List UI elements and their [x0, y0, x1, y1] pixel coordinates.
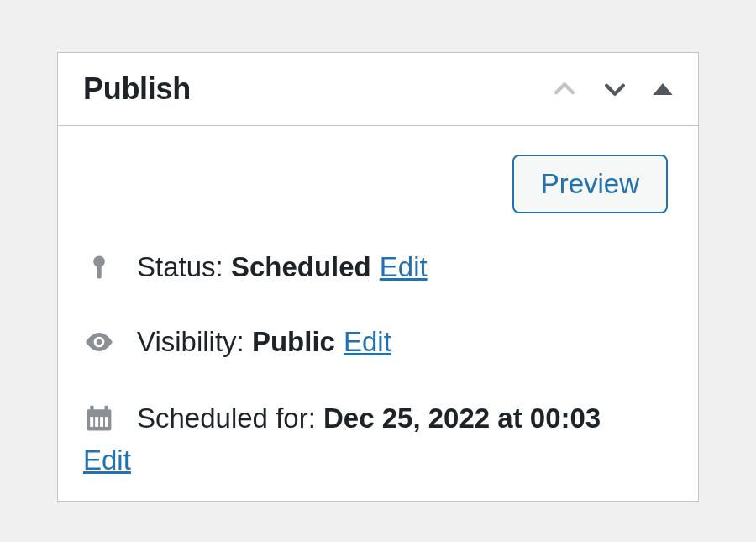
schedule-label-text: Scheduled for: [137, 403, 323, 434]
schedule-value: Dec 25, 2022 at 00:03 [323, 403, 601, 434]
svg-rect-7 [90, 417, 93, 427]
visibility-row: Visibility: Public Edit [83, 324, 673, 361]
svg-marker-0 [653, 83, 672, 95]
status-label: Status: Scheduled [137, 249, 371, 287]
svg-rect-8 [95, 417, 98, 427]
status-row: Status: Scheduled Edit [83, 249, 673, 287]
preview-button[interactable]: Preview [512, 155, 668, 213]
svg-rect-9 [100, 417, 103, 427]
svg-point-3 [97, 339, 102, 345]
svg-rect-2 [97, 265, 101, 279]
move-up-icon[interactable] [550, 75, 579, 103]
status-label-text: Status: [137, 251, 231, 282]
svg-rect-5 [90, 406, 93, 411]
svg-rect-6 [104, 406, 108, 411]
visibility-edit-link[interactable]: Edit [344, 324, 391, 361]
publish-panel: Publish Preview Status [57, 52, 699, 502]
schedule-row: Scheduled for: Dec 25, 2022 at 00:03 Edi… [83, 397, 673, 481]
eye-icon [83, 326, 115, 358]
key-icon [83, 251, 115, 283]
visibility-value: Public [252, 326, 335, 357]
schedule-label: Scheduled for: Dec 25, 2022 at 00:03 [137, 397, 601, 439]
panel-header: Publish [58, 53, 698, 126]
status-edit-link[interactable]: Edit [380, 249, 428, 287]
visibility-label-text: Visibility: [137, 326, 252, 357]
schedule-edit-link[interactable]: Edit [83, 445, 131, 476]
move-down-icon[interactable] [601, 75, 629, 103]
visibility-label: Visibility: Public [137, 324, 335, 361]
collapse-toggle-icon[interactable] [651, 77, 675, 101]
preview-row: Preview [83, 155, 673, 213]
panel-header-controls [550, 75, 675, 103]
calendar-icon [83, 403, 115, 434]
panel-title: Publish [83, 71, 191, 107]
svg-rect-10 [105, 417, 108, 427]
status-value: Scheduled [231, 251, 371, 282]
panel-body: Preview Status: Scheduled Edit [58, 126, 698, 501]
